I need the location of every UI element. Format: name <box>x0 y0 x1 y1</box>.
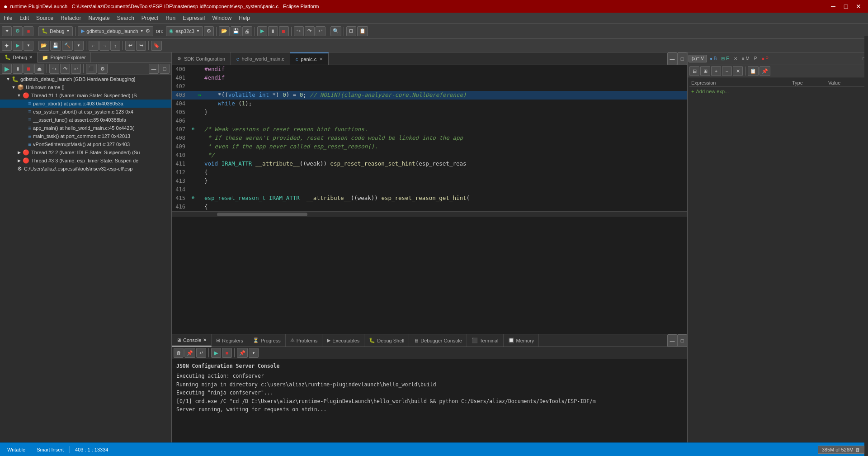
status-position[interactable]: 403 : 1 : 13334 <box>71 443 112 456</box>
expand-arrow-2[interactable]: ▼ <box>11 85 16 90</box>
debug-launch-item[interactable]: ▼ 🐛 gdbstub_debug_launch [GDB Hardware D… <box>0 75 171 83</box>
step-return-btn[interactable]: ↩ <box>316 26 326 36</box>
perspectives-btn[interactable]: ⊞ <box>346 26 356 36</box>
debug-tab-close[interactable]: ✕ <box>29 55 33 60</box>
frame6-item[interactable]: ≡ vPortSetInterruptMask() at port.c:327 … <box>0 140 171 148</box>
expr-tab-m[interactable]: ≡ M <box>740 55 751 62</box>
frame4-item[interactable]: ≡ app_main() at hello_world_main.c:45 0x… <box>0 124 171 132</box>
problems-tab[interactable]: ⚠ Problems <box>286 334 322 347</box>
thread2-arrow[interactable]: ▶ <box>16 150 22 155</box>
expr-paste[interactable]: 📌 <box>760 66 770 76</box>
editor-minimize-btn[interactable]: — <box>667 52 677 65</box>
menu-edit[interactable]: Edit <box>16 13 33 23</box>
tb2-run-btn[interactable]: ▶ <box>13 41 23 51</box>
views-btn[interactable]: 📋 <box>357 26 368 36</box>
debug-resume-btn[interactable]: ▶ <box>2 64 12 74</box>
menu-espressif[interactable]: Espressif <box>179 13 208 23</box>
debug-step-over-btn[interactable]: ↷ <box>60 64 70 74</box>
bottom-panel-minimize[interactable]: — <box>667 334 677 347</box>
debug-config-dropdown[interactable]: 🐛 Debug ▼ <box>38 26 73 36</box>
save-btn[interactable]: 💾 <box>231 26 241 36</box>
horizontal-scrollbar[interactable] <box>172 211 687 217</box>
expr-tab-vx[interactable]: (x)= V <box>689 55 707 62</box>
tb2-dropdown-btn[interactable]: ▼ <box>24 41 33 51</box>
menu-project[interactable]: Project <box>138 13 162 23</box>
bottom-panel-maximize[interactable]: □ <box>677 334 687 347</box>
expr-add[interactable]: + <box>711 66 721 76</box>
console-pin-btn[interactable]: 📌 <box>237 348 248 358</box>
menu-search[interactable]: Search <box>113 13 138 23</box>
code-editor[interactable]: 400 #endif 401 #endif 402 <box>172 65 687 334</box>
menu-navigate[interactable]: Navigate <box>85 13 113 23</box>
frame3-item[interactable]: ≡ __assert_func() at assert.c:85 0x40388… <box>0 116 171 124</box>
toolbar-new-btn[interactable]: ✦ <box>2 26 12 36</box>
tb2-back-btn[interactable]: ← <box>89 41 99 51</box>
step-into-btn[interactable]: ↪ <box>294 26 304 36</box>
debug-terminate-btn[interactable]: ⏹ <box>24 64 33 74</box>
menu-run[interactable]: Run <box>162 13 179 23</box>
panic-tab[interactable]: c panic.c ✕ <box>290 52 329 65</box>
tb2-build-btn[interactable]: 🔨 <box>62 41 73 51</box>
console-run-btn[interactable]: ▶ <box>211 348 221 358</box>
expr-remove-all[interactable]: ✕ <box>733 66 743 76</box>
frame5-item[interactable]: ≡ main_task() at port_common.c:127 0x420… <box>0 132 171 140</box>
expr-minimize[interactable]: — <box>852 55 860 62</box>
tb2-undo-btn[interactable]: ↩ <box>125 41 135 51</box>
expr-close-e[interactable]: ✕ <box>732 55 739 62</box>
editor-maximize-btn[interactable]: □ <box>677 52 687 65</box>
expr-tab-b[interactable]: ● B <box>708 55 719 62</box>
registers-tab[interactable]: ⊞ Registers <box>212 334 248 347</box>
tb2-fwd-btn[interactable]: → <box>99 41 109 51</box>
thread2-item[interactable]: ▶ 🔴 Thread #2 2 (Name: IDLE State: Suspe… <box>0 148 171 157</box>
toolbar-stop-btn[interactable]: ■ <box>24 26 33 36</box>
terminate-btn[interactable]: ⏹ <box>279 26 289 36</box>
tb2-up-btn[interactable]: ↑ <box>110 41 120 51</box>
minimize-button[interactable]: ─ <box>827 2 839 11</box>
device-dropdown[interactable]: ◉ esp32c3 ▼ <box>166 26 203 36</box>
expr-copy[interactable]: 📋 <box>748 66 759 76</box>
thread1-arrow[interactable]: ▼ <box>16 93 22 98</box>
thread3-item[interactable]: ▶ 🔴 Thread #3 3 (Name: esp_timer State: … <box>0 157 171 165</box>
tb2-bookmark-btn[interactable]: 🔖 <box>151 41 162 51</box>
expr-scrollbar[interactable] <box>864 36 868 456</box>
print-btn[interactable]: 🖨 <box>242 26 252 36</box>
panic-tab-close[interactable]: ✕ <box>319 57 323 62</box>
expr-remove[interactable]: − <box>722 66 732 76</box>
console-tab-close[interactable]: ✕ <box>203 337 207 342</box>
terminal-tab[interactable]: ⬛ Terminal <box>467 334 504 347</box>
debug-settings-btn[interactable]: ⚙ <box>98 64 108 74</box>
debug-step-into-btn[interactable]: ↪ <box>49 64 59 74</box>
suspend-btn[interactable]: ⏸ <box>268 26 278 36</box>
add-expression-row[interactable]: + Add new exp... <box>689 87 866 96</box>
thread3-arrow[interactable]: ▶ <box>16 158 22 163</box>
executables-tab[interactable]: ▶ Executables <box>322 334 364 347</box>
debug-disconnect-btn[interactable]: ⏏ <box>34 64 44 74</box>
debug-collapse-btn[interactable]: ⬛ <box>86 64 97 74</box>
menu-window[interactable]: Window <box>209 13 236 23</box>
tb2-new-btn[interactable]: ✦ <box>2 41 12 51</box>
debug-shell-tab[interactable]: 🐛 Debug Shell <box>364 334 409 347</box>
left-panel-maximize[interactable]: □ <box>160 64 170 74</box>
console-stop-btn[interactable]: ■ <box>222 348 232 358</box>
toolbar-run-debug-btn[interactable]: ⚙ <box>13 26 23 36</box>
debug-return-btn[interactable]: ↩ <box>71 64 81 74</box>
search-btn[interactable]: 🔍 <box>330 26 341 36</box>
debugger-console-tab[interactable]: 🖥 Debugger Console <box>409 334 467 347</box>
menu-help[interactable]: Help <box>235 13 254 23</box>
launch-config-dropdown[interactable]: ▶ gdbstub_debug_launch ▼ ⚙ <box>78 26 153 36</box>
sdk-config-tab[interactable]: ⚙ SDK Configuration <box>172 52 231 65</box>
progress-tab[interactable]: ⏳ Progress <box>248 334 286 347</box>
expr-tab-p[interactable]: P <box>752 55 759 62</box>
expand-arrow[interactable]: ▼ <box>5 77 11 81</box>
binary-item[interactable]: ⚙ C:\Users\aliaz\.espressif\tools\riscv3… <box>0 165 171 173</box>
memory-gc-icon[interactable]: 🗑 <box>855 447 860 452</box>
tb2-save-all-btn[interactable]: 💾 <box>50 41 61 51</box>
expr-tab-e[interactable]: ⊞ E <box>719 55 731 62</box>
close-button[interactable]: ✕ <box>853 2 864 11</box>
memory-tab[interactable]: 🔲 Memory <box>504 334 539 347</box>
menu-source[interactable]: Source <box>33 13 57 23</box>
status-writable[interactable]: Writable <box>4 443 29 456</box>
console-tab[interactable]: 🖥 Console ✕ <box>172 334 212 347</box>
expr-tab-p2[interactable]: ■ P <box>760 55 771 62</box>
left-panel-minimize[interactable]: — <box>149 64 159 74</box>
